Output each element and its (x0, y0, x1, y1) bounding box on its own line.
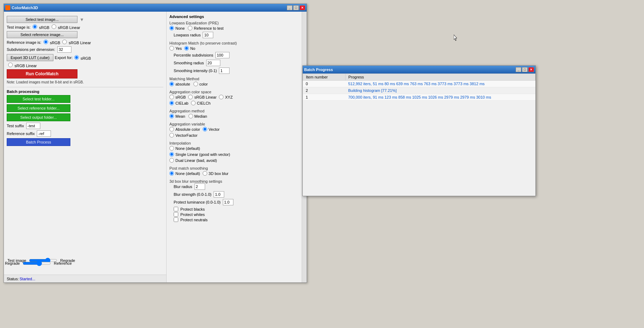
ref-srgb-radio-label[interactable]: sRGB (43, 40, 60, 45)
reference-image-is-row: Reference image is: sRGB sRGB Linear (7, 40, 163, 45)
acs-cielab-radio[interactable] (169, 101, 174, 105)
test-image-is-label: Test image is: (7, 25, 30, 29)
agg-vector-label[interactable]: Vector (203, 127, 220, 131)
ref-srgb-linear-radio[interactable] (62, 40, 67, 44)
acs-cielch-radio[interactable] (191, 101, 196, 105)
aggregation-color-space-section: Aggregation color space sRGB sRGB Linear… (169, 90, 304, 106)
pms-none-label[interactable]: None (default) (169, 171, 200, 176)
protect-luminance-input[interactable] (223, 199, 233, 205)
lowpass-none-radio[interactable] (169, 26, 174, 30)
match-absolute-label[interactable]: absolute (169, 82, 190, 86)
interp-single-linear-radio[interactable] (169, 152, 174, 157)
pms-3d-box-blur-radio[interactable] (203, 171, 207, 176)
batch-window-title: Batch Progress (304, 68, 333, 72)
pms-none-radio[interactable] (169, 171, 174, 176)
acs-srgb-radio[interactable] (169, 95, 174, 99)
reference-image-is-label: Reference image is: (7, 40, 41, 45)
histogram-yes-label[interactable]: Yes (169, 46, 182, 51)
histogram-yes-radio[interactable] (169, 46, 174, 51)
agg-absolute-color-label[interactable]: Absolute color (169, 127, 200, 131)
agg-vector-radio[interactable] (203, 127, 207, 131)
batch-close-button[interactable]: ✕ (528, 67, 534, 72)
export-srgb-radio-label[interactable]: sRGB (74, 55, 91, 60)
interp-dual-linear-radio[interactable] (169, 158, 174, 163)
batch-progress-text: 512,992 iters, 51 ms 80 ms 639 ms 763 ms… (346, 81, 535, 87)
column-item-number: Item number (303, 74, 346, 81)
match-color-label[interactable]: color (193, 82, 208, 86)
agg-absolute-color-radio[interactable] (169, 127, 174, 131)
select-test-image-button[interactable]: Select test image... (7, 16, 77, 23)
acs-xyz-label[interactable]: XYZ (219, 95, 232, 99)
status-value: Started... (19, 277, 35, 281)
protect-neutrals-checkbox[interactable] (174, 217, 178, 222)
acs-srgb-linear-label[interactable]: sRGB Linear (188, 95, 216, 99)
aggregation-method-label: Aggregation method (169, 109, 304, 113)
blur-strength-input[interactable] (214, 191, 224, 198)
test-suffix-input[interactable] (26, 123, 40, 129)
agg-mean-radio[interactable] (169, 114, 174, 118)
blur-radius-input[interactable] (195, 183, 205, 190)
pms-3d-box-blur-label[interactable]: 3D box blur (203, 171, 228, 176)
batch-item-number: 1 (303, 94, 346, 101)
subdivisions-input[interactable] (57, 46, 71, 53)
lowpass-section: Lowpass Equalization (PRE) None Referenc… (169, 21, 304, 38)
run-colormatch-button[interactable]: Run ColorMatch (7, 69, 77, 78)
histogram-no-label[interactable]: No (184, 46, 195, 51)
maximize-button[interactable]: □ (293, 5, 299, 10)
agg-mean-label[interactable]: Mean (169, 114, 185, 118)
reference-suffix-label: Reference suffix (7, 131, 35, 136)
protect-neutrals-label[interactable]: Protect neutrals (174, 217, 304, 222)
acs-xyz-radio[interactable] (219, 95, 224, 99)
interp-none-radio[interactable] (169, 146, 174, 151)
ref-srgb-linear-radio-label[interactable]: sRGB Linear (62, 40, 91, 45)
protect-whites-label[interactable]: Protect whites (174, 212, 304, 217)
batch-minimize-button[interactable]: _ (516, 67, 521, 72)
protect-blacks-checkbox[interactable] (174, 207, 178, 211)
lowpass-label: Lowpass Equalization (PRE) (169, 21, 304, 25)
match-absolute-radio[interactable] (169, 82, 174, 86)
interp-single-linear-label[interactable]: Single Linear (good with vector) (169, 152, 230, 157)
test-srgb-linear-radio-label[interactable]: sRGB Linear (52, 24, 80, 30)
interp-dual-linear-label[interactable]: Dual Linear (bad, avoid) (169, 158, 217, 163)
lowpass-ref-to-test-radio[interactable] (188, 26, 192, 30)
acs-cielab-label[interactable]: CIELab (169, 101, 188, 105)
export-lut-button[interactable]: Export 3D LUT (.cube) (7, 54, 53, 61)
export-srgb-linear-radio-label[interactable]: sRGB Linear (8, 63, 37, 68)
interp-none-label[interactable]: None (default) (169, 146, 200, 151)
acs-cielch-label[interactable]: CIELCh (191, 101, 211, 105)
test-srgb-radio-label[interactable]: sRGB (33, 24, 49, 30)
reference-suffix-row: Reference suffix (7, 130, 163, 137)
close-button[interactable]: ✕ (300, 5, 305, 10)
protect-blacks-label[interactable]: Protect blacks (174, 207, 304, 211)
export-srgb-linear-radio[interactable] (8, 63, 13, 67)
protect-whites-checkbox[interactable] (174, 212, 178, 217)
smoothing-intensity-input[interactable] (219, 68, 230, 74)
batch-maximize-button[interactable]: □ (522, 67, 528, 72)
regrade-slider[interactable] (23, 260, 51, 266)
batch-process-button[interactable]: Batch Process (7, 138, 70, 146)
acs-srgb-linear-radio[interactable] (188, 95, 193, 99)
histogram-no-radio[interactable] (184, 46, 189, 51)
acs-srgb-label[interactable]: sRGB (169, 95, 186, 99)
ref-srgb-radio[interactable] (43, 40, 48, 44)
select-test-folder-button[interactable]: Select test folder... (7, 95, 70, 103)
match-color-radio[interactable] (193, 82, 198, 86)
agg-vector-factor-label[interactable]: VectorFactor (169, 133, 197, 137)
agg-vector-factor-radio[interactable] (169, 133, 174, 137)
test-srgb-radio[interactable] (33, 24, 37, 29)
agg-median-radio[interactable] (188, 114, 193, 118)
bottom-slider-row: Regrade Reference (5, 260, 72, 266)
select-reference-image-button[interactable]: Select reference image... (7, 31, 77, 38)
select-output-folder-button[interactable]: Select output folder... (7, 113, 70, 121)
percentile-subdivisions-input[interactable] (215, 52, 230, 58)
select-reference-folder-button[interactable]: Select reference folder... (7, 104, 70, 112)
reference-suffix-input[interactable] (37, 130, 51, 137)
lowpass-radius-input[interactable] (203, 32, 213, 38)
export-srgb-radio[interactable] (74, 55, 79, 60)
smoothing-radius-input[interactable] (206, 60, 220, 66)
lowpass-none-label[interactable]: None (169, 26, 185, 30)
minimize-button[interactable]: _ (287, 5, 292, 10)
test-srgb-linear-radio[interactable] (52, 24, 56, 29)
lowpass-ref-to-test-label[interactable]: Reference to test (188, 26, 224, 30)
agg-median-label[interactable]: Median (188, 114, 207, 118)
